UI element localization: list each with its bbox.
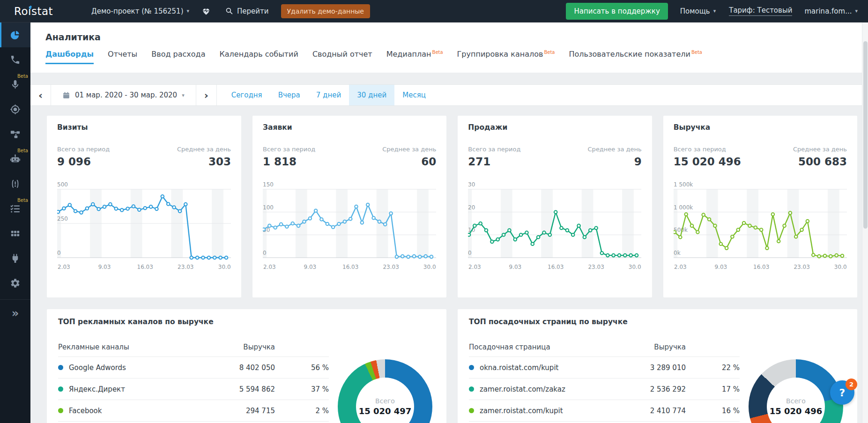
- tab-reports[interactable]: Отчеты: [108, 50, 137, 64]
- table-row[interactable]: Google Adwords 8 402 050 56 %: [58, 357, 329, 378]
- date-range-picker[interactable]: 01 мар. 2020 - 30 мар. 2020 ▾: [51, 85, 196, 105]
- sidebar-item-integrations[interactable]: [0, 246, 30, 271]
- calendar-icon: [62, 91, 70, 99]
- sidebar-item-tasks[interactable]: Beta: [0, 196, 30, 221]
- delete-demo-data-button[interactable]: Удалить демо-данные: [281, 4, 370, 18]
- period-today[interactable]: Сегодня: [223, 85, 270, 105]
- help-label: Помощь: [680, 7, 710, 15]
- period-30-days[interactable]: 30 дней: [349, 85, 394, 105]
- tab-dashboards[interactable]: Дашборды: [45, 50, 94, 64]
- donut-total-value: 15 020 496: [770, 406, 823, 416]
- project-selector[interactable]: Демо-проект (№ 156251) ▾: [91, 7, 189, 15]
- project-name: Демо-проект (№ 156251): [91, 7, 184, 15]
- microphone-icon: [10, 79, 21, 90]
- period-7-days[interactable]: 7 дней: [308, 85, 349, 105]
- next-period-button[interactable]: ›: [196, 85, 217, 105]
- donut-center: Всего 15 020 496: [767, 378, 825, 423]
- donut-total-label: Всего: [375, 397, 395, 405]
- table-header: Рекламные каналы Выручка: [58, 337, 329, 357]
- total-label: Всего за период: [263, 146, 315, 153]
- tab-custom-metrics[interactable]: Пользовательские показателиBeta: [569, 50, 702, 64]
- svg-text:1 500k: 1 500k: [674, 182, 693, 188]
- series-color-dot: [58, 365, 63, 370]
- table-row[interactable]: zamer.roistat.com/zakaz 2 536 292 17 %: [469, 378, 740, 400]
- help-menu[interactable]: Помощь ▾: [680, 7, 716, 15]
- revenue-percent: 37 %: [275, 385, 329, 393]
- svg-text:9.03: 9.03: [509, 264, 522, 270]
- sidebar-item-settings[interactable]: [0, 271, 30, 296]
- period-month[interactable]: Месяц: [394, 85, 434, 105]
- tab-media-plan[interactable]: МедиапланBeta: [386, 50, 443, 64]
- series-color-dot: [469, 365, 474, 370]
- notification-badge: 2: [846, 378, 857, 390]
- svg-text:9.03: 9.03: [98, 264, 111, 270]
- tab-summary-report[interactable]: Сводный отчет: [312, 50, 372, 64]
- svg-text:23.03: 23.03: [383, 264, 399, 270]
- table-row[interactable]: Facebook 294 715 2 %: [58, 400, 329, 422]
- table-row[interactable]: okna.roistat.com/kupit 3 289 010 22 %: [469, 357, 740, 378]
- revenue-percent: 22 %: [686, 364, 740, 372]
- sidebar-item-analytics[interactable]: [0, 22, 30, 47]
- series-color-dot: [58, 386, 63, 392]
- user-menu[interactable]: marina.fom... ▾: [804, 7, 858, 15]
- sidebar-item-scenarios[interactable]: [0, 122, 30, 147]
- sidebar-item-services[interactable]: [0, 221, 30, 246]
- revenue-value: 294 715: [195, 407, 275, 415]
- total-value: 9 096: [57, 156, 110, 168]
- sidebar-item-chatbot[interactable]: Beta: [0, 147, 30, 171]
- tab-label: Отчеты: [108, 50, 137, 59]
- sidebar-item-speech-analytics[interactable]: Beta: [0, 72, 30, 97]
- page-header: Аналитика Дашборды Отчеты Ввод расхода К…: [30, 22, 862, 73]
- avg-value: 60: [382, 156, 436, 168]
- svg-text:0: 0: [263, 250, 267, 256]
- scrollbar-thumb[interactable]: [863, 41, 868, 229]
- channel-name: Facebook: [69, 407, 102, 415]
- total-value: 271: [468, 156, 520, 168]
- donut-center: Всего 15 020 497: [356, 378, 414, 423]
- period-yesterday[interactable]: Вчера: [270, 85, 308, 105]
- revenue-percent: 56 %: [275, 364, 329, 372]
- table-row[interactable]: zamer.roistat.com/kupit 2 410 774 16 %: [469, 400, 740, 422]
- svg-text:16.03: 16.03: [342, 264, 358, 270]
- help-fab-button[interactable]: ? 2: [830, 380, 854, 405]
- page-title: Аналитика: [45, 32, 862, 42]
- sales-chart: 30201002.039.0316.0323.0330.03: [468, 182, 641, 275]
- tariff-link[interactable]: Тариф: Тестовый: [729, 6, 792, 16]
- global-search[interactable]: Перейти: [225, 7, 269, 15]
- avg-label: Среднее за день: [177, 146, 231, 153]
- svg-text:16.03: 16.03: [548, 264, 564, 270]
- column-header-value: Выручка: [195, 343, 275, 351]
- card-stats: Всего за период 1 818 Среднее за день 60: [263, 146, 436, 168]
- sidebar-item-monitoring[interactable]: [0, 171, 30, 196]
- tab-label: Дашборды: [45, 50, 94, 59]
- tab-label: Календарь событий: [219, 50, 298, 59]
- avg-label: Среднее за день: [382, 146, 436, 153]
- sidebar-item-tracking[interactable]: [0, 97, 30, 122]
- sidebar-item-calls[interactable]: [0, 47, 30, 72]
- total-value: 1 818: [263, 156, 315, 168]
- donut-total-label: Всего: [786, 397, 806, 405]
- sidebar-expand-button[interactable]: »: [0, 299, 30, 324]
- visits-chart: 50025002.039.0316.0323.0330.03: [57, 182, 231, 275]
- total-value: 15 020 496: [674, 156, 741, 168]
- table-row[interactable]: Яндекс.Директ 5 594 862 37 %: [58, 378, 329, 400]
- question-mark-icon: ?: [839, 387, 846, 399]
- search-label: Перейти: [237, 7, 269, 15]
- tab-channel-grouping[interactable]: Группировка каналовBeta: [457, 50, 555, 64]
- tab-label: Группировка каналов: [457, 50, 543, 59]
- svg-text:0k: 0k: [674, 250, 681, 256]
- contact-support-button[interactable]: Написать в поддержку: [566, 3, 668, 20]
- chevron-down-icon: ▾: [855, 8, 858, 14]
- tab-label: Пользовательские показатели: [569, 50, 690, 59]
- tab-cost-input[interactable]: Ввод расхода: [151, 50, 205, 64]
- tab-events-calendar[interactable]: Календарь событий: [219, 50, 298, 64]
- series-color-dot: [469, 386, 474, 392]
- page-url: zamer.roistat.com/zakaz: [480, 385, 565, 393]
- tab-label: Медиаплан: [386, 50, 431, 59]
- svg-text:100: 100: [263, 204, 274, 211]
- health-monitor-icon[interactable]: [201, 7, 211, 16]
- roistat-logo[interactable]: Roistat: [14, 5, 53, 17]
- top-bar: Roistat Демо-проект (№ 156251) ▾ Перейти…: [0, 0, 868, 22]
- prev-period-button[interactable]: ‹: [30, 85, 51, 105]
- svg-text:30: 30: [468, 182, 475, 188]
